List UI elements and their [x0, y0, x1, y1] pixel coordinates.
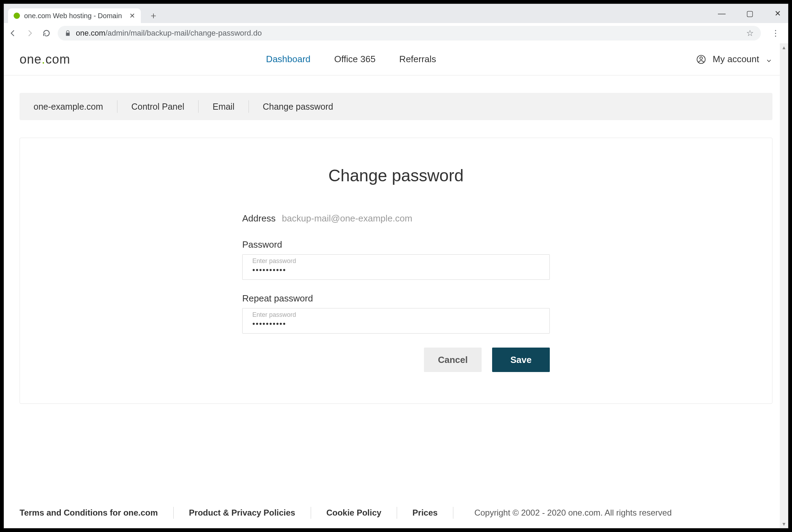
password-field-container: Enter password [242, 254, 550, 280]
logo[interactable]: one.com [20, 52, 70, 67]
breadcrumb: one-example.com Control Panel Email Chan… [20, 93, 772, 120]
footer-separator [453, 507, 453, 519]
lock-icon [65, 30, 71, 36]
browser-menu-button[interactable]: ⋮ [766, 28, 785, 38]
footer-link-prices[interactable]: Prices [397, 508, 453, 518]
browser-chrome: one.com Web hosting - Domain ✕ ＋ — ▢ ✕ [4, 4, 788, 43]
reload-button[interactable] [41, 28, 52, 39]
crumb-change-password[interactable]: Change password [249, 102, 347, 112]
minimize-button[interactable]: — [715, 9, 729, 18]
repeat-floating-label: Enter password [252, 311, 540, 319]
repeat-password-field-container: Enter password [242, 308, 550, 334]
bookmark-star-icon[interactable]: ☆ [746, 28, 754, 38]
button-row: Cancel Save [242, 348, 550, 372]
tab-title: one.com Web hosting - Domain [24, 12, 125, 20]
chevron-down-icon [765, 56, 772, 63]
tab-bar: one.com Web hosting - Domain ✕ ＋ — ▢ ✕ [4, 4, 788, 23]
address-row: Address backup-mail@one-example.com [242, 213, 550, 224]
svg-point-1 [700, 57, 702, 59]
url-host: one.com [76, 29, 105, 37]
page-content: ▲ ▼ one.com Dashboard Office 365 Referra… [4, 43, 788, 528]
browser-tab[interactable]: one.com Web hosting - Domain ✕ [8, 8, 141, 23]
password-floating-label: Enter password [252, 257, 540, 265]
password-input[interactable] [252, 265, 540, 275]
crumb-email[interactable]: Email [199, 102, 249, 112]
footer-link-privacy[interactable]: Product & Privacy Policies [174, 508, 311, 518]
scrollbar[interactable]: ▲ ▼ [780, 43, 788, 528]
logo-part-1: one [20, 52, 42, 66]
nav-office365[interactable]: Office 365 [334, 54, 375, 65]
cancel-button[interactable]: Cancel [424, 348, 482, 372]
address-label: Address [242, 213, 275, 224]
repeat-password-input[interactable] [252, 319, 540, 328]
favicon-icon [14, 13, 20, 19]
url-input[interactable]: one.com/admin/mail/backup-mail/change-pa… [58, 26, 761, 41]
nav-referrals[interactable]: Referrals [399, 54, 436, 65]
account-menu[interactable]: My account [696, 54, 772, 65]
window-controls: — ▢ ✕ [715, 4, 785, 23]
url-path: /admin/mail/backup-mail/change-password.… [105, 29, 262, 37]
site-header: one.com Dashboard Office 365 Referrals M… [4, 43, 788, 75]
back-button[interactable] [7, 28, 19, 39]
close-window-button[interactable]: ✕ [771, 9, 785, 18]
save-button[interactable]: Save [492, 348, 550, 372]
repeat-password-label: Repeat password [242, 293, 550, 304]
main-nav: Dashboard Office 365 Referrals [266, 54, 436, 65]
password-label: Password [242, 239, 550, 250]
nav-dashboard[interactable]: Dashboard [266, 54, 310, 65]
page-title: Change password [20, 166, 772, 185]
address-value: backup-mail@one-example.com [282, 213, 412, 224]
close-tab-icon[interactable]: ✕ [129, 12, 135, 20]
site-footer: Terms and Conditions for one.com Product… [4, 497, 788, 528]
new-tab-button[interactable]: ＋ [147, 9, 160, 22]
logo-part-2: com [45, 52, 70, 66]
crumb-domain[interactable]: one-example.com [20, 102, 117, 112]
maximize-button[interactable]: ▢ [743, 9, 757, 18]
logo-dot: . [42, 52, 45, 66]
copyright-text: Copyright © 2002 - 2020 one.com. All rig… [474, 508, 672, 518]
account-label: My account [713, 54, 759, 65]
address-bar: one.com/admin/mail/backup-mail/change-pa… [4, 23, 788, 43]
crumb-control-panel[interactable]: Control Panel [117, 102, 198, 112]
footer-link-terms[interactable]: Terms and Conditions for one.com [20, 508, 173, 518]
forward-button[interactable] [24, 28, 35, 39]
footer-link-cookie[interactable]: Cookie Policy [311, 508, 397, 518]
change-password-card: Change password Address backup-mail@one-… [20, 138, 772, 404]
user-icon [696, 54, 706, 65]
scroll-up-icon[interactable]: ▲ [780, 43, 788, 52]
